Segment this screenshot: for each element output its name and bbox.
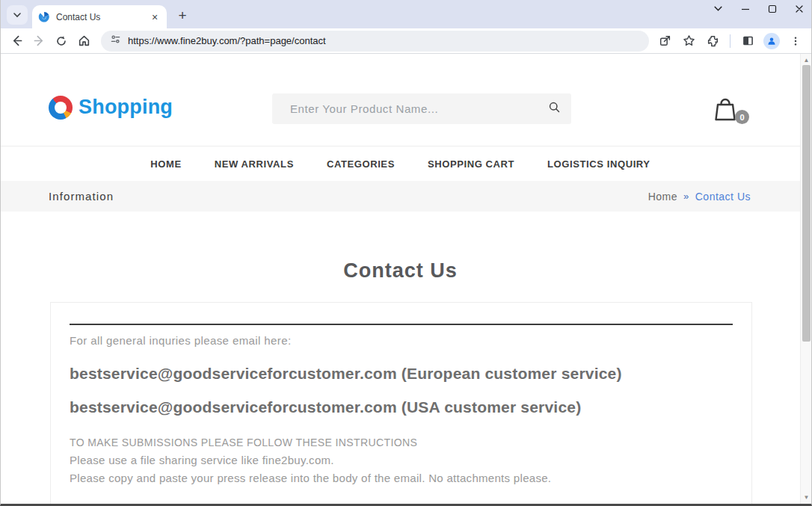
nav-item-new-arrivals[interactable]: NEW ARRIVALS bbox=[215, 158, 294, 170]
tab-search-button[interactable] bbox=[7, 5, 28, 25]
tab-title: Contact Us bbox=[56, 12, 143, 22]
instruction-line-2: Please copy and paste your press release… bbox=[70, 472, 733, 484]
nav-item-home[interactable]: HOME bbox=[150, 158, 181, 170]
breadcrumb-section-label: Information bbox=[49, 190, 114, 203]
breadcrumb-separator-icon: » bbox=[683, 191, 689, 202]
window-controls bbox=[713, 3, 804, 18]
maximize-button[interactable] bbox=[768, 3, 777, 18]
toolbar-actions bbox=[656, 33, 805, 49]
cart-count-badge: 0 bbox=[735, 110, 749, 124]
email-usa: bestservice@goodserviceforcustomer.com (… bbox=[70, 398, 733, 416]
page-scrollbar[interactable]: ▲ ▼ bbox=[800, 54, 811, 504]
new-tab-button[interactable]: + bbox=[173, 6, 192, 25]
intro-text: For all general inquries please email he… bbox=[70, 333, 733, 347]
product-search-box[interactable] bbox=[272, 93, 571, 124]
chevron-down-icon bbox=[13, 10, 22, 19]
minimize-button[interactable] bbox=[741, 3, 750, 18]
nav-item-logistics-inquiry[interactable]: LOGISTICS INQUIRY bbox=[547, 158, 650, 170]
scroll-up-icon[interactable]: ▲ bbox=[801, 55, 812, 66]
bookmark-star-icon[interactable] bbox=[680, 33, 697, 49]
url-text[interactable]: https://www.fine2buy.com/?path=page/cont… bbox=[128, 35, 326, 46]
reload-button[interactable] bbox=[52, 31, 71, 51]
breadcrumb-home-link[interactable]: Home bbox=[648, 191, 677, 203]
logo-text: Shopping bbox=[79, 96, 173, 119]
browser-window: Contact Us × + http bbox=[0, 0, 812, 506]
address-bar[interactable]: https://www.fine2buy.com/?path=page/cont… bbox=[101, 31, 649, 52]
side-panel-icon[interactable] bbox=[739, 33, 756, 49]
profile-avatar[interactable] bbox=[763, 33, 780, 49]
site-header: Shopping 0 bbox=[1, 54, 800, 146]
browser-tab[interactable]: Contact Us × bbox=[32, 5, 167, 28]
page-title: Contact Us bbox=[1, 259, 800, 283]
instruction-line-1: Please use a file sharing service like f… bbox=[70, 454, 733, 466]
close-window-button[interactable] bbox=[795, 3, 804, 18]
search-icon[interactable] bbox=[548, 101, 561, 117]
nav-item-categories[interactable]: CATEGORIES bbox=[327, 158, 395, 170]
site-favicon bbox=[38, 11, 50, 23]
forward-button[interactable] bbox=[29, 31, 49, 51]
breadcrumb: Home » Contact Us bbox=[648, 191, 751, 203]
scrollbar-thumb[interactable] bbox=[802, 65, 811, 342]
breadcrumb-current: Contact Us bbox=[695, 191, 751, 203]
contact-card: For all general inquries please email he… bbox=[50, 302, 752, 504]
cart-button[interactable]: 0 bbox=[710, 95, 743, 125]
back-button[interactable] bbox=[7, 31, 26, 51]
site-settings-icon[interactable] bbox=[110, 34, 121, 48]
extensions-puzzle-icon[interactable] bbox=[704, 33, 721, 49]
browser-menu-icon[interactable] bbox=[787, 33, 804, 49]
main-navigation: HOME NEW ARRIVALS CATEGORIES SHOPPING CA… bbox=[1, 146, 800, 181]
nav-item-shopping-cart[interactable]: SHOPPING CART bbox=[428, 158, 514, 170]
instructions-title: TO MAKE SUBMISSIONS PLEASE FOLLOW THESE … bbox=[70, 436, 733, 448]
site-logo[interactable]: Shopping bbox=[49, 96, 173, 120]
browser-toolbar: https://www.fine2buy.com/?path=page/cont… bbox=[1, 28, 811, 54]
toolbar-divider bbox=[730, 34, 731, 48]
search-input[interactable] bbox=[290, 102, 548, 115]
window-chevron-icon[interactable] bbox=[713, 3, 723, 18]
email-european: bestservice@goodserviceforcustomer.com (… bbox=[70, 365, 733, 383]
home-button[interactable] bbox=[74, 31, 93, 51]
logo-ring-icon bbox=[49, 96, 73, 120]
breadcrumb-bar: Information Home » Contact Us bbox=[1, 181, 800, 212]
tab-close-icon[interactable]: × bbox=[149, 11, 161, 23]
browser-titlebar: Contact Us × + bbox=[1, 0, 811, 28]
divider-rule bbox=[70, 324, 733, 325]
share-icon[interactable] bbox=[656, 33, 673, 49]
page-content: Shopping 0 HOME NEW bbox=[1, 54, 800, 504]
scroll-down-icon[interactable]: ▼ bbox=[801, 492, 812, 503]
